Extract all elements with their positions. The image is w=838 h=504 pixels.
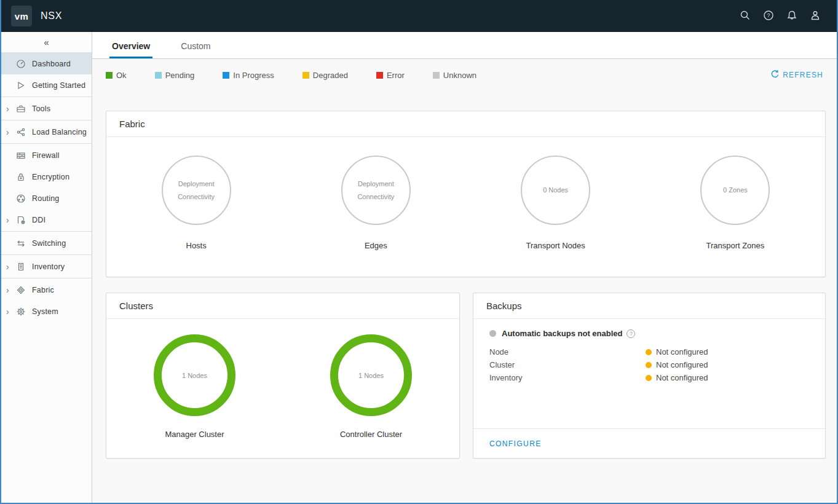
vmware-logo: vm xyxy=(11,6,32,26)
sidebar-divider xyxy=(1,278,92,278)
sidebar-item-system[interactable]: › System xyxy=(1,301,92,322)
legend-item-ok: Ok xyxy=(106,71,127,80)
toolbox-icon xyxy=(16,104,32,114)
legend-item-error: Error xyxy=(376,71,405,80)
load-balancer-icon xyxy=(16,127,32,137)
legend-swatch-unknown xyxy=(433,72,440,79)
chevron-right-icon: › xyxy=(6,262,16,271)
switch-arrows-icon xyxy=(16,238,32,248)
top-navigation-bar: vm NSX ? xyxy=(0,0,838,32)
help-icon: ? xyxy=(763,10,774,23)
user-icon xyxy=(810,10,821,23)
sidebar-item-dashboard[interactable]: Dashboard xyxy=(1,53,92,74)
help-tooltip-icon[interactable]: ? xyxy=(627,329,635,338)
transport-nodes-widget[interactable]: 0 Nodes Transport Nodes xyxy=(466,156,646,250)
controller-cluster-widget[interactable]: 1 Nodes Controller Cluster xyxy=(283,334,459,439)
search-button[interactable] xyxy=(733,4,757,28)
chevron-right-icon: › xyxy=(6,128,16,136)
backup-row-label: Inventory xyxy=(489,373,646,382)
refresh-icon xyxy=(770,69,783,81)
clusters-widgets-row: 1 Nodes Manager Cluster 1 Nodes Controll… xyxy=(106,319,459,439)
status-dot-gray xyxy=(489,330,496,337)
sidebar-divider xyxy=(1,143,92,144)
status-legend-bar: Ok Pending In Progress Degraded Error Un… xyxy=(92,59,837,91)
sidebar-item-label: Getting Started xyxy=(32,81,85,90)
sidebar-item-tools[interactable]: › Tools xyxy=(1,98,92,119)
tab-bar: Overview Custom xyxy=(92,32,837,59)
user-menu-button[interactable] xyxy=(804,4,827,28)
backup-row-cluster: Cluster Not configured xyxy=(489,358,809,371)
legend-swatch-error xyxy=(376,72,383,79)
ring-text: 1 Nodes xyxy=(182,372,207,379)
sidebar-item-getting-started[interactable]: Getting Started xyxy=(1,74,92,96)
widget-label: Transport Nodes xyxy=(526,241,585,250)
sidebar-divider xyxy=(1,254,92,255)
refresh-button[interactable]: REFRESH xyxy=(770,69,823,81)
legend-label: Ok xyxy=(116,71,127,80)
collapse-chevrons-icon: « xyxy=(44,37,49,47)
backups-status-text: Automatic backups not enabled xyxy=(502,329,622,338)
backups-body: Automatic backups not enabled ? Node Not… xyxy=(473,319,825,384)
lock-icon xyxy=(16,172,32,182)
backups-card: Backups Automatic backups not enabled ? … xyxy=(473,293,826,459)
edges-widget[interactable]: Deployment Connectivity Edges xyxy=(286,156,465,250)
sidebar-item-label: Fabric xyxy=(32,286,54,294)
notifications-button[interactable] xyxy=(780,4,804,28)
tab-overview[interactable]: Overview xyxy=(109,35,152,58)
widget-label: Controller Cluster xyxy=(340,430,402,439)
sidebar-divider xyxy=(1,120,92,120)
edges-status-ring: Deployment Connectivity xyxy=(341,156,411,225)
ring-text: 1 Nodes xyxy=(358,372,384,379)
legend-item-in-progress: In Progress xyxy=(223,71,274,80)
backup-row-status: Not configured xyxy=(656,347,708,356)
status-dot-warning xyxy=(646,349,652,355)
transport-zones-widget[interactable]: 0 Zones Transport Zones xyxy=(646,156,825,250)
widget-label: Manager Cluster xyxy=(165,430,224,439)
chevron-right-icon: › xyxy=(6,104,16,113)
controller-cluster-status-ring: 1 Nodes xyxy=(330,334,412,416)
backup-row-label: Cluster xyxy=(489,360,646,369)
sidebar-divider xyxy=(1,231,92,232)
legend-label: Degraded xyxy=(313,71,348,80)
manager-cluster-widget[interactable]: 1 Nodes Manager Cluster xyxy=(106,334,283,439)
transport-zones-status-ring: 0 Zones xyxy=(700,156,770,225)
tab-custom[interactable]: Custom xyxy=(178,35,213,58)
sidebar-item-label: Tools xyxy=(32,104,50,113)
sidebar-item-fabric[interactable]: › Fabric xyxy=(1,279,92,301)
backups-footer: CONFIGURE xyxy=(473,428,825,458)
inventory-icon xyxy=(16,262,32,272)
backup-row-inventory: Inventory Not configured xyxy=(489,371,809,384)
transport-nodes-status-ring: 0 Nodes xyxy=(521,156,590,225)
sidebar-item-ddi[interactable]: › DDI xyxy=(1,209,92,230)
gear-icon xyxy=(16,307,32,317)
hosts-widget[interactable]: Deployment Connectivity Hosts xyxy=(106,156,286,250)
backup-row-status: Not configured xyxy=(656,373,708,382)
sidebar-divider xyxy=(1,96,92,97)
backup-row-status: Not configured xyxy=(656,360,708,369)
backup-row-label: Node xyxy=(489,347,646,356)
legend-label: Pending xyxy=(165,71,195,80)
fabric-widgets-row: Deployment Connectivity Hosts Deployment… xyxy=(106,137,825,250)
clusters-card-title: Clusters xyxy=(106,293,459,319)
sidebar-item-inventory[interactable]: › Inventory xyxy=(1,256,92,277)
sidebar-item-firewall[interactable]: Firewall xyxy=(1,144,92,166)
main-content: Overview Custom Ok Pending In Progress D… xyxy=(92,32,837,503)
sidebar-item-encryption[interactable]: Encryption xyxy=(1,166,92,187)
sidebar-item-label: Switching xyxy=(32,239,66,248)
help-button[interactable]: ? xyxy=(757,4,780,28)
sidebar-item-label: System xyxy=(32,307,58,316)
search-icon xyxy=(740,10,751,23)
configure-button[interactable]: CONFIGURE xyxy=(489,439,542,448)
legend-label: In Progress xyxy=(233,71,274,80)
legend-swatch-ok xyxy=(106,72,113,79)
backups-status-line: Automatic backups not enabled ? xyxy=(489,329,809,338)
sidebar-collapse-button[interactable]: « xyxy=(1,32,92,53)
widget-label: Transport Zones xyxy=(706,241,764,250)
legend-item-unknown: Unknown xyxy=(433,71,476,80)
sidebar-item-routing[interactable]: Routing xyxy=(1,187,92,209)
ring-text: 0 Nodes xyxy=(543,184,568,197)
sidebar-item-switching[interactable]: Switching xyxy=(1,232,92,254)
sidebar-item-load-balancing[interactable]: › Load Balancing xyxy=(1,121,92,143)
product-title: NSX xyxy=(41,10,62,22)
sidebar-item-label: DDI xyxy=(32,216,45,224)
